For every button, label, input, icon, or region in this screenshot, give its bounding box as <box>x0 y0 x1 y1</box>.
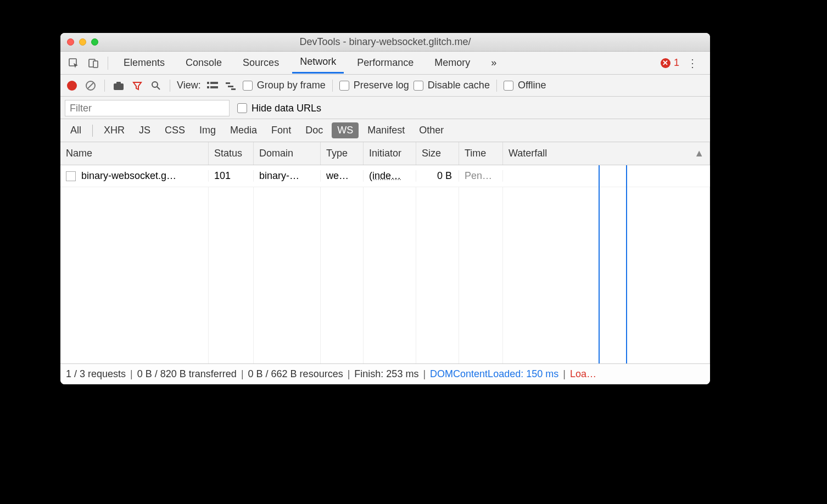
chip-js[interactable]: JS <box>133 122 156 138</box>
error-icon: ✕ <box>661 58 670 68</box>
large-rows-icon[interactable] <box>205 81 220 90</box>
offline-label: Offline <box>518 80 546 91</box>
status-load: Loa… <box>570 368 596 380</box>
waterfall-load-line <box>626 165 627 363</box>
svg-rect-13 <box>231 88 236 90</box>
preserve-log-checkbox[interactable]: Preserve log <box>339 80 409 91</box>
error-badge[interactable]: ✕ 1 <box>661 57 679 69</box>
hide-data-urls-label: Hide data URLs <box>252 103 321 114</box>
chip-other[interactable]: Other <box>413 122 449 138</box>
svg-rect-7 <box>207 82 209 84</box>
col-domain[interactable]: Domain <box>254 142 321 165</box>
cell-name: binary-websocket.g… <box>60 170 209 182</box>
chip-media[interactable]: Media <box>225 122 262 138</box>
status-requests: 1 / 3 requests <box>66 368 126 380</box>
tab-memory[interactable]: Memory <box>427 54 478 72</box>
chip-all[interactable]: All <box>65 122 87 138</box>
tab-performance[interactable]: Performance <box>349 54 421 72</box>
panel-tabs: Elements Console Sources Network Perform… <box>116 53 661 74</box>
chip-xhr[interactable]: XHR <box>98 122 130 138</box>
filter-input[interactable] <box>65 100 230 116</box>
device-toggle-icon[interactable] <box>86 55 101 71</box>
separator <box>104 80 105 92</box>
network-toolbar: View: Group by frame Preserve log Disabl… <box>60 75 710 97</box>
col-waterfall-label: Waterfall <box>509 148 547 159</box>
panel-tabbar: Elements Console Sources Network Perform… <box>60 52 710 75</box>
overview-icon[interactable] <box>224 81 238 90</box>
col-waterfall[interactable]: Waterfall ▲ <box>503 142 710 165</box>
hide-data-urls-checkbox[interactable]: Hide data URLs <box>237 103 321 114</box>
chip-ws[interactable]: WS <box>332 122 359 138</box>
tab-console[interactable]: Console <box>178 54 230 72</box>
group-by-frame-checkbox[interactable]: Group by frame <box>243 80 326 91</box>
chip-manifest[interactable]: Manifest <box>362 122 410 138</box>
clear-icon[interactable] <box>83 80 98 91</box>
status-transferred: 0 B / 820 B transferred <box>137 368 237 380</box>
view-label: View: <box>177 80 201 91</box>
col-type[interactable]: Type <box>321 142 364 165</box>
checkbox-icon <box>504 81 513 91</box>
separator: | <box>563 368 566 380</box>
waterfall-dcl-line <box>599 165 600 363</box>
svg-rect-10 <box>210 86 218 88</box>
chip-doc[interactable]: Doc <box>300 122 328 138</box>
zoom-icon[interactable] <box>91 38 98 46</box>
status-dcl: DOMContentLoaded: 150 ms <box>430 368 558 380</box>
more-icon[interactable]: ⋮ <box>684 57 701 70</box>
tab-network[interactable]: Network <box>292 53 344 74</box>
window-controls <box>60 38 98 46</box>
window-title: DevTools - binary-websocket.glitch.me/ <box>60 36 710 48</box>
record-icon[interactable] <box>65 81 79 91</box>
tab-sources[interactable]: Sources <box>235 54 287 72</box>
separator <box>332 80 333 92</box>
chip-font[interactable]: Font <box>266 122 297 138</box>
col-status[interactable]: Status <box>209 142 254 165</box>
svg-rect-9 <box>207 86 209 88</box>
col-size[interactable]: Size <box>416 142 459 165</box>
separator: | <box>348 368 350 380</box>
chip-css[interactable]: CSS <box>159 122 191 138</box>
minimize-icon[interactable] <box>79 38 86 46</box>
svg-rect-5 <box>116 82 121 84</box>
search-icon[interactable] <box>149 81 163 91</box>
resource-icon <box>66 171 76 181</box>
checkbox-icon <box>243 81 253 91</box>
cell-initiator[interactable]: (inde… <box>364 170 416 182</box>
disable-cache-checkbox[interactable]: Disable cache <box>413 80 490 91</box>
separator: | <box>423 368 426 380</box>
checkbox-icon <box>237 103 247 113</box>
svg-rect-8 <box>210 82 218 84</box>
cell-domain: binary-… <box>254 170 321 182</box>
request-name: binary-websocket.g… <box>81 170 176 182</box>
close-icon[interactable] <box>67 38 74 46</box>
column-guides <box>60 187 710 363</box>
col-name[interactable]: Name <box>60 142 209 165</box>
checkbox-icon <box>413 81 423 91</box>
status-resources: 0 B / 662 B resources <box>248 368 343 380</box>
svg-point-6 <box>152 82 158 87</box>
cell-time: Pen… <box>459 170 503 182</box>
cell-type: we… <box>321 170 364 182</box>
svg-rect-2 <box>93 61 98 68</box>
checkbox-icon <box>339 81 349 91</box>
offline-checkbox[interactable]: Offline <box>504 80 546 91</box>
status-bar: 1 / 3 requests | 0 B / 820 B transferred… <box>60 363 710 384</box>
filter-icon[interactable] <box>130 81 144 91</box>
table-row[interactable]: binary-websocket.g… 101 binary-… we… (in… <box>60 165 710 187</box>
status-finish: Finish: 253 ms <box>354 368 418 380</box>
inspect-icon[interactable] <box>66 55 81 71</box>
separator <box>170 80 170 92</box>
preserve-log-label: Preserve log <box>354 80 409 91</box>
svg-rect-4 <box>114 83 124 90</box>
col-initiator[interactable]: Initiator <box>364 142 416 165</box>
separator: | <box>241 368 244 380</box>
chip-img[interactable]: Img <box>194 122 221 138</box>
capture-screenshots-icon[interactable] <box>111 81 126 91</box>
table-header: Name Status Domain Type Initiator Size T… <box>60 142 710 165</box>
titlebar: DevTools - binary-websocket.glitch.me/ <box>60 33 710 52</box>
disable-cache-label: Disable cache <box>428 80 490 91</box>
col-time[interactable]: Time <box>459 142 503 165</box>
separator <box>108 57 108 70</box>
tabs-overflow[interactable]: » <box>483 54 504 72</box>
tab-elements[interactable]: Elements <box>116 54 172 72</box>
